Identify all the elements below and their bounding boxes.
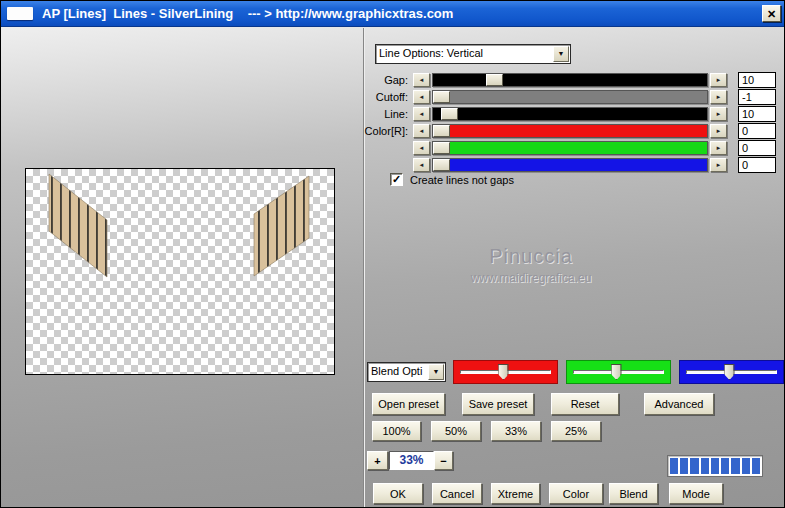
left-arrow-icon: ◄ xyxy=(419,94,425,100)
reset-button[interactable]: Reset xyxy=(551,393,619,415)
blend-button[interactable]: Blend xyxy=(609,483,658,504)
slider-label-color-r: Color[R]: xyxy=(331,125,408,137)
watermark: Pinuccia www.maidiregrafica.eu xyxy=(416,245,646,285)
slider-line-right-arrow[interactable]: ► xyxy=(710,107,727,121)
line-options-value: Line Options: Vertical xyxy=(379,47,483,59)
zoom-25-button[interactable]: 25% xyxy=(551,421,601,441)
window-title: AP [Lines] Lines - SilverLining --- > ht… xyxy=(42,6,453,21)
close-icon: ✕ xyxy=(767,8,776,20)
check-icon: ✓ xyxy=(392,173,401,185)
slider-track-color-g[interactable] xyxy=(432,141,708,155)
slider-track-color-r[interactable] xyxy=(432,124,708,138)
left-arrow-icon: ◄ xyxy=(419,162,425,168)
slider-thumb-color-r[interactable] xyxy=(433,125,450,137)
window-icon xyxy=(7,7,33,20)
slider-color-r-left-arrow[interactable]: ◄ xyxy=(413,124,430,138)
slider-track-line[interactable] xyxy=(432,107,708,121)
slider-value-color-g[interactable] xyxy=(738,140,776,156)
green-trackbar-thumb[interactable] xyxy=(611,364,622,380)
slider-gap-left-arrow[interactable]: ◄ xyxy=(413,73,430,87)
right-arrow-icon: ► xyxy=(716,145,722,151)
slider-thumb-cutoff[interactable] xyxy=(433,91,450,103)
ok-button[interactable]: OK xyxy=(373,483,423,504)
slider-cutoff-left-arrow[interactable]: ◄ xyxy=(413,90,430,104)
slider-gap-right-arrow[interactable]: ► xyxy=(710,73,727,87)
progress-segment xyxy=(680,458,688,474)
advanced-button[interactable]: Advanced xyxy=(644,393,714,415)
slider-color-r-right-arrow[interactable]: ► xyxy=(710,124,727,138)
zoom-out-button[interactable]: − xyxy=(434,451,453,470)
right-arrow-icon: ► xyxy=(716,111,722,117)
blend-options-dropdown[interactable]: Blend Opti ▼ xyxy=(367,362,446,382)
blue-channel-trackbar[interactable] xyxy=(679,360,784,384)
cancel-button[interactable]: Cancel xyxy=(432,483,482,504)
watermark-url: www.maidiregrafica.eu xyxy=(416,271,646,285)
right-arrow-icon: ► xyxy=(716,94,722,100)
watermark-title: Pinuccia xyxy=(416,245,646,268)
progress-segment xyxy=(690,458,698,474)
slider-color-b-right-arrow[interactable]: ► xyxy=(710,158,727,172)
slider-thumb-line[interactable] xyxy=(441,108,458,120)
slider-thumb-color-g[interactable] xyxy=(433,142,450,154)
progress-bar xyxy=(667,455,763,477)
zoom-50-button[interactable]: 50% xyxy=(431,421,481,441)
red-trackbar-thumb[interactable] xyxy=(498,364,509,380)
left-arrow-icon: ◄ xyxy=(419,145,425,151)
color-button[interactable]: Color xyxy=(549,483,603,504)
slider-line-left-arrow[interactable]: ◄ xyxy=(413,107,430,121)
chevron-down-icon[interactable]: ▼ xyxy=(553,46,569,62)
slider-value-color-r[interactable] xyxy=(738,123,776,139)
create-lines-checkbox-label: Create lines not gaps xyxy=(410,174,514,186)
progress-segment xyxy=(670,458,678,474)
titlebar[interactable]: AP [Lines] Lines - SilverLining --- > ht… xyxy=(1,1,784,27)
slider-label-gap: Gap: xyxy=(331,74,408,86)
red-channel-trackbar[interactable] xyxy=(453,360,558,384)
preview-area[interactable] xyxy=(25,168,335,375)
slider-value-cutoff[interactable] xyxy=(738,89,776,105)
save-preset-button[interactable]: Save preset xyxy=(462,393,534,415)
slider-track-color-b[interactable] xyxy=(432,158,708,172)
green-channel-trackbar[interactable] xyxy=(566,360,671,384)
progress-segment xyxy=(752,458,760,474)
slider-value-gap[interactable] xyxy=(738,72,776,88)
mode-button[interactable]: Mode xyxy=(669,483,723,504)
chevron-down-icon[interactable]: ▼ xyxy=(428,364,444,380)
right-arrow-icon: ► xyxy=(716,162,722,168)
create-lines-checkbox[interactable]: ✓ xyxy=(390,173,403,186)
slider-cutoff-right-arrow[interactable]: ► xyxy=(710,90,727,104)
slider-value-color-b[interactable] xyxy=(738,157,776,173)
close-button[interactable]: ✕ xyxy=(762,5,781,22)
striped-line-shape xyxy=(49,174,107,277)
slider-track-gap[interactable] xyxy=(432,73,708,87)
slider-label-cutoff: Cutoff: xyxy=(331,91,408,103)
blend-options-value: Blend Opti xyxy=(371,365,427,377)
preview-shapes-svg xyxy=(26,169,334,374)
progress-segment xyxy=(701,458,709,474)
slider-track-cutoff[interactable] xyxy=(432,90,708,104)
progress-segment xyxy=(721,458,729,474)
slider-color-g-right-arrow[interactable]: ► xyxy=(710,141,727,155)
left-arrow-icon: ◄ xyxy=(419,77,425,83)
left-arrow-icon: ◄ xyxy=(419,111,425,117)
plugin-dialog: AP [Lines] Lines - SilverLining --- > ht… xyxy=(0,0,785,508)
slider-thumb-color-b[interactable] xyxy=(433,159,450,171)
slider-color-b-left-arrow[interactable]: ◄ xyxy=(413,158,430,172)
left-arrow-icon: ◄ xyxy=(419,128,425,134)
slider-value-line[interactable] xyxy=(738,106,776,122)
striped-line-shape xyxy=(254,176,309,276)
slider-thumb-gap[interactable] xyxy=(486,74,503,86)
progress-segment xyxy=(731,458,739,474)
line-options-dropdown[interactable]: Line Options: Vertical ▼ xyxy=(375,44,571,64)
blue-trackbar-thumb[interactable] xyxy=(724,364,735,380)
zoom-level-display: 33% xyxy=(389,451,434,470)
progress-segment xyxy=(742,458,750,474)
slider-label-line: Line: xyxy=(331,108,408,120)
right-arrow-icon: ► xyxy=(716,128,722,134)
slider-color-g-left-arrow[interactable]: ◄ xyxy=(413,141,430,155)
zoom-in-button[interactable]: + xyxy=(367,451,388,470)
xtreme-button[interactable]: Xtreme xyxy=(491,483,540,504)
zoom-100-button[interactable]: 100% xyxy=(372,421,421,441)
open-preset-button[interactable]: Open preset xyxy=(372,393,445,415)
progress-segment xyxy=(711,458,719,474)
zoom-33-button[interactable]: 33% xyxy=(491,421,541,441)
